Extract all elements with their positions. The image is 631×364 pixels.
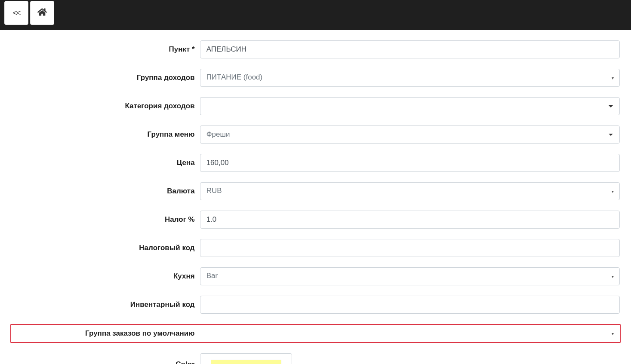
label-menu-group: Группа меню [11,130,200,139]
input-price[interactable] [200,154,620,172]
label-currency: Валюта [11,187,200,196]
back-button[interactable]: << [4,1,28,25]
label-kitchen: Кухня [11,272,200,281]
chevron-down-icon [609,134,613,136]
select-kitchen[interactable]: Bar [200,267,620,285]
row-color: Color [11,353,620,364]
row-currency: Валюта RUB [11,182,620,200]
row-inventory-code: Инвентарный код [11,296,620,314]
topbar: << [0,0,631,30]
combo-revenue-category-toggle[interactable] [602,97,620,115]
color-swatch [211,360,281,364]
combo-revenue-category-text[interactable] [200,97,602,115]
row-price: Цена [11,154,620,172]
label-price: Цена [11,159,200,167]
combo-revenue-category[interactable] [200,97,620,115]
input-tax-code[interactable] [200,239,620,257]
row-default-order-group: Группа заказов по умолчанию [10,324,621,343]
input-tax-percent[interactable] [200,211,620,229]
row-revenue-category: Категория доходов [11,97,620,115]
label-default-order-group: Группа заказов по умолчанию [11,329,200,338]
row-menu-group: Группа меню Фреши [11,125,620,144]
row-tax-code: Налоговый код [11,239,620,257]
label-color: Color [11,360,200,364]
label-revenue-group: Группа доходов [11,73,200,82]
input-inventory-code[interactable] [200,296,620,314]
chevron-down-icon [609,105,613,107]
back-icon: << [12,9,20,18]
label-revenue-category: Категория доходов [11,102,200,110]
row-item: Пункт * [11,40,620,58]
row-tax-percent: Налог % [11,211,620,229]
row-revenue-group: Группа доходов ПИТАНИЕ (food) [11,69,620,87]
combo-menu-group-text[interactable]: Фреши [200,125,602,144]
label-inventory-code: Инвентарный код [11,300,200,309]
select-revenue-group[interactable]: ПИТАНИЕ (food) [200,69,620,87]
label-tax-percent: Налог % [11,215,200,224]
label-tax-code: Налоговый код [11,244,200,252]
home-button[interactable] [30,1,54,25]
color-picker[interactable] [200,353,292,364]
row-kitchen: Кухня Bar [11,267,620,285]
home-icon [37,7,47,19]
combo-menu-group[interactable]: Фреши [200,125,620,144]
input-item[interactable] [200,40,620,58]
select-currency[interactable]: RUB [200,182,620,200]
select-default-order-group[interactable] [200,325,620,342]
form: Пункт * Группа доходов ПИТАНИЕ (food) Ка… [0,30,631,364]
combo-menu-group-toggle[interactable] [602,125,620,144]
label-item: Пункт * [11,45,200,54]
